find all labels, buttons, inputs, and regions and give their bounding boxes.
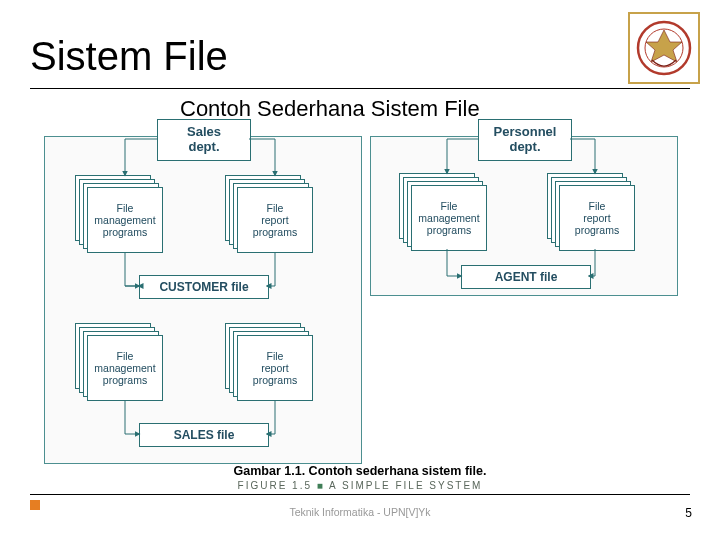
panel-sales: Sales dept. File management programs Fil… (44, 136, 362, 464)
page-number: 5 (685, 506, 692, 520)
file-sales: SALES file (139, 423, 269, 447)
stack-personnel-rpt: File report programs (547, 173, 635, 251)
university-logo (628, 12, 700, 84)
stack-sales-mgmt-2: File management programs (75, 323, 163, 401)
dept-personnel: Personnel dept. (478, 119, 572, 161)
stack-personnel-mgmt: File management programs (399, 173, 487, 251)
footer-text: Teknik Informatika - UPN[V]Yk (0, 506, 720, 518)
footer-rule (30, 494, 690, 495)
stack-sales-mgmt-1: File management programs (75, 175, 163, 253)
figure-label: FIGURE 1.5 (238, 480, 312, 491)
title-rule (30, 88, 690, 89)
file-customer: CUSTOMER file (139, 275, 269, 299)
file-agent: AGENT file (461, 265, 591, 289)
figure-caption: Gambar 1.1. Contoh sederhana sistem file… (0, 464, 720, 478)
page-title: Sistem File (30, 34, 228, 78)
square-icon: ■ (317, 480, 329, 491)
stack-sales-rpt-2: File report programs (225, 323, 313, 401)
panel-personnel: Personnel dept. File management programs… (370, 136, 678, 296)
figure-line: FIGURE 1.5 ■ A SIMPLE FILE SYSTEM (0, 480, 720, 491)
stack-sales-rpt-1: File report programs (225, 175, 313, 253)
dept-sales: Sales dept. (157, 119, 251, 161)
figure-diagram: Sales dept. File management programs Fil… (40, 130, 680, 470)
figure-text: A SIMPLE FILE SYSTEM (329, 480, 482, 491)
